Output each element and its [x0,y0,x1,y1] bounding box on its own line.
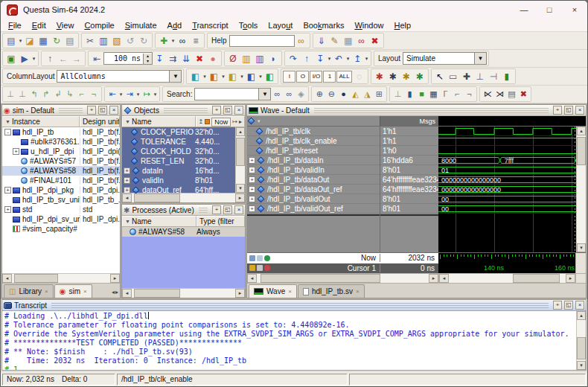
expander-icon[interactable]: + [249,186,255,193]
scroll-right-arrow[interactable]: ▸ [429,274,438,283]
instance-row[interactable]: hdl_IP_tb_sv_unithdl_IP_tb_... [2,195,120,205]
objects-vertical-scrollbar[interactable]: ▴ ▾ [235,127,245,193]
objects-list[interactable]: CLOCK_PERIOD32'h0...TOLERANCE4.440...CLO… [122,127,235,193]
run-icon[interactable]: ↧ [153,52,166,65]
close-tab-icon[interactable]: × [356,288,359,295]
waveform-lane[interactable] [438,146,576,156]
menu-item-bookmarks[interactable]: Bookmarks [298,20,349,31]
expander-icon[interactable]: + [249,176,255,183]
expander-icon[interactable]: + [124,177,130,184]
step-out-icon[interactable]: ↑ [300,52,313,65]
wave-signal-name-row[interactable]: /hdl_IP_tb/reset [247,146,380,156]
close-tab-icon[interactable]: × [288,288,292,295]
move-edge-icon[interactable]: ↳ [64,88,76,101]
sort-icon[interactable]: ↥ [199,118,204,125]
dropdown-caret[interactable]: ▾ [170,38,176,44]
search-input[interactable]: ▼ [194,88,271,100]
columnlayout-select[interactable]: AllColumns▼ [57,70,182,83]
waveform-lane[interactable] [438,136,576,146]
filter-icon[interactable]: ▼ [125,119,130,124]
scroll-thumb[interactable] [236,138,245,166]
scroll-thumb[interactable] [513,274,560,283]
dropdown-caret[interactable]: ▾ [153,92,158,97]
filter-teal-icon[interactable]: ◧ [188,70,202,83]
back-icon[interactable]: ← [57,52,70,65]
scroll-track[interactable] [132,194,235,202]
filter-icon[interactable]: ▼ [125,219,130,224]
dropdown-arrow-icon[interactable]: ▼ [258,89,270,100]
restart-icon[interactable]: ⇤ [90,52,103,65]
spinner-arrows[interactable]: ▴▾ [143,54,152,64]
scroll-up-arrow[interactable]: ▴ [236,127,245,136]
expander-icon[interactable]: + [4,187,11,194]
scroll-right-arrow[interactable]: ▸ [566,274,575,283]
expand-panel-button[interactable]: + [87,106,96,115]
menu-item-layout[interactable]: Layout [263,20,298,31]
zoom-mode2-icon[interactable]: ⊞ [373,88,385,101]
add-cursor-icon[interactable] [264,255,270,261]
instance-row[interactable]: +stdstd [2,205,120,214]
prev-transition-icon[interactable]: ⋉ [482,88,493,101]
close-panel-button[interactable]: × [234,205,243,214]
instance-row[interactable]: #ALWAYS#58hdl_IP_tb(f... [2,166,120,176]
more-columns-icon[interactable]: ▸ [239,118,242,125]
find-error-icon[interactable]: ∞ [355,34,368,48]
expand-messages-icon[interactable] [257,255,263,261]
expander-icon[interactable]: + [249,205,255,212]
collapse-right-icon[interactable]: ⇥ [124,88,135,101]
wave-signal-name-row[interactable]: /hdl_IP_tb/clk [247,127,380,136]
mode-button-i[interactable]: I [283,71,295,83]
menu-item-file[interactable]: File [3,20,27,31]
scroll-right-arrow[interactable]: ▸ [235,289,245,298]
insert-pulse-icon[interactable]: ⊥ [4,88,16,101]
scroll-left-arrow[interactable]: ◂ [2,274,12,283]
messages-icon[interactable] [249,255,255,261]
edge-up-icon[interactable]: Γ [439,88,451,101]
expander-icon[interactable]: - [4,129,11,135]
name-column-header[interactable]: ▼ Name [122,216,196,226]
zoom-range-icon[interactable]: ◮ [361,88,373,101]
profile-icon[interactable]: ▥ [240,52,253,65]
continue-run-icon[interactable]: ⇉ [166,52,179,65]
objects-horizontal-scrollbar[interactable]: ◂ ▸ [122,193,245,202]
invert-edge-icon[interactable]: ↰ [28,88,40,101]
menu-item-compile[interactable]: Compile [79,20,119,31]
undock-panel-button[interactable]: ◱ [223,106,232,115]
run-all-icon[interactable]: ⇊ [179,52,193,65]
expand-marker-icon[interactable]: ↦ [141,88,153,101]
step-current-icon[interactable]: ↥ [351,52,364,65]
filter-gold-icon[interactable]: ◧ [226,70,239,83]
expander-icon[interactable]: + [249,196,255,202]
undock-panel-button[interactable]: ◱ [98,106,107,115]
break-icon[interactable]: ✖ [193,52,206,65]
msgs-column-header[interactable]: Msgs [380,116,438,126]
name-scrollbar[interactable]: ◂ ▸ [247,274,438,283]
export-icon[interactable]: ▤ [505,88,517,101]
object-row[interactable]: +validIn8'h01 [122,176,235,185]
insert-cursor-icon[interactable]: ⊥ [392,88,403,101]
clear-transcript-icon[interactable]: ✖ [368,34,382,48]
spin-down-icon[interactable]: ▾ [144,59,152,64]
tab-source-file[interactable]: hdl_IP_tb.sv × [298,284,365,298]
dropdown-caret[interactable]: ▾ [135,92,141,97]
instance-row[interactable]: -hdl_IP_tbhdl_IP_tb(f... [2,127,120,137]
expand-panel-button[interactable]: + [212,106,221,115]
save-icon[interactable]: ▦ [36,34,50,48]
dropdown-caret[interactable]: ▾ [18,38,23,44]
gear-yellow-icon[interactable]: ✱ [400,70,413,83]
layout-select[interactable]: Simulate▼ [403,52,487,65]
mode-button-i-o[interactable]: I/O [310,71,322,83]
timeline-ruler[interactable]: 140 ns160 ns [438,253,575,273]
menu-item-simulate[interactable]: Simulate [120,20,162,31]
waveform-lane[interactable]: 0000000000000000 [438,175,576,185]
zoom-cursor-icon[interactable]: ◭ [349,88,361,101]
help-search-icon[interactable]: ∞ [295,34,308,48]
expand-panel-button[interactable]: + [553,301,562,310]
scroll-thumb[interactable] [577,137,586,165]
contains-icon[interactable] [205,119,210,124]
scroll-thumb[interactable] [261,274,381,283]
scroll-thumb[interactable] [577,337,586,359]
waveform-lane[interactable]: 80007fff [438,156,576,165]
mode-button-all[interactable]: ALL [336,71,351,83]
name-column-header[interactable]: ▼ Name [122,116,196,127]
